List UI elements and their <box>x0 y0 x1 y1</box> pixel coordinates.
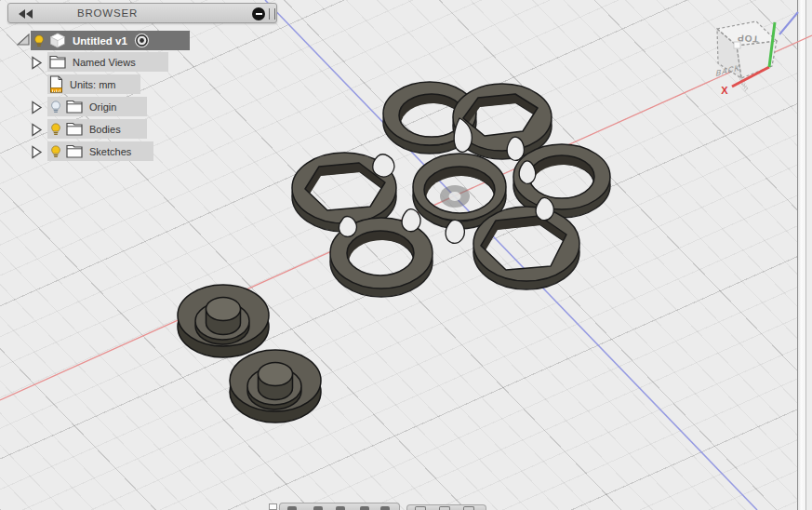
lightbulb-icon[interactable] <box>49 145 62 158</box>
tree-row-named-views[interactable]: Named Views <box>47 52 168 72</box>
display-settings-icon[interactable] <box>415 506 426 510</box>
browser-panel: BROWSER Untitled v1 <box>0 0 298 186</box>
lightbulb-icon[interactable] <box>33 34 46 47</box>
expand-arrow-collapsed[interactable] <box>31 123 43 137</box>
toolbar-fragment-corner[interactable] <box>269 503 277 510</box>
viewcube-back-label[interactable]: BACK <box>715 62 741 78</box>
expand-arrow-open[interactable] <box>17 34 31 47</box>
tree-row-root[interactable]: Untitled v1 <box>31 31 190 50</box>
fusion-viewport-page: TOP BACK RIGHT X BROWSER <box>0 0 812 510</box>
folder-icon <box>66 122 83 136</box>
component-cube-icon <box>49 33 66 48</box>
tree-label[interactable]: Named Views <box>70 57 139 68</box>
tree-label[interactable]: Bodies <box>87 124 124 135</box>
viewports-icon[interactable] <box>463 506 474 510</box>
panel-collapse-icon[interactable] <box>18 8 34 20</box>
hex-spinner-body[interactable] <box>292 82 610 297</box>
home-icon[interactable] <box>287 506 297 510</box>
zoom-icon[interactable] <box>360 506 369 510</box>
pan-icon[interactable] <box>336 506 345 510</box>
panel-minus-icon[interactable] <box>252 7 265 20</box>
expand-arrow-collapsed[interactable] <box>31 56 43 70</box>
orbit-icon[interactable] <box>313 506 323 510</box>
grid-settings-icon[interactable] <box>439 506 450 510</box>
tree-row-units[interactable]: Units: mm <box>47 74 140 94</box>
spinner-cap-1[interactable] <box>178 285 269 357</box>
tree-label[interactable]: Units: mm <box>67 79 119 90</box>
lightbulb-icon[interactable] <box>49 123 62 136</box>
triad-x-label: X <box>721 85 728 96</box>
browser-panel-header[interactable]: BROWSER <box>7 3 277 23</box>
fit-icon[interactable] <box>380 506 390 510</box>
tree-label[interactable]: Origin <box>87 101 119 113</box>
folder-icon <box>66 100 83 114</box>
panel-grip[interactable] <box>269 8 275 20</box>
viewcube-top-label[interactable]: TOP <box>737 33 759 45</box>
viewcube[interactable]: TOP BACK RIGHT X <box>715 12 798 96</box>
display-toolbar-fragment[interactable] <box>406 504 486 510</box>
lightbulb-off-icon[interactable] <box>49 101 62 114</box>
navigation-toolbar-fragment[interactable] <box>279 503 400 510</box>
tree-row-sketches[interactable]: Sketches <box>47 141 153 161</box>
units-document-icon <box>49 75 63 93</box>
expand-arrow-collapsed[interactable] <box>31 101 43 114</box>
activate-radio-icon[interactable] <box>134 33 150 48</box>
spinner-cap-2[interactable] <box>230 350 321 423</box>
expand-arrow-collapsed[interactable] <box>31 145 43 159</box>
folder-icon <box>49 55 66 69</box>
panel-title: BROWSER <box>77 7 138 19</box>
triad-z-axis <box>779 12 798 34</box>
tree-label[interactable]: Untitled v1 <box>70 35 130 47</box>
tree-row-origin[interactable]: Origin <box>47 97 147 116</box>
folder-icon <box>66 144 83 158</box>
tree-row-bodies[interactable]: Bodies <box>47 119 147 139</box>
tree-label[interactable]: Sketches <box>87 146 134 157</box>
